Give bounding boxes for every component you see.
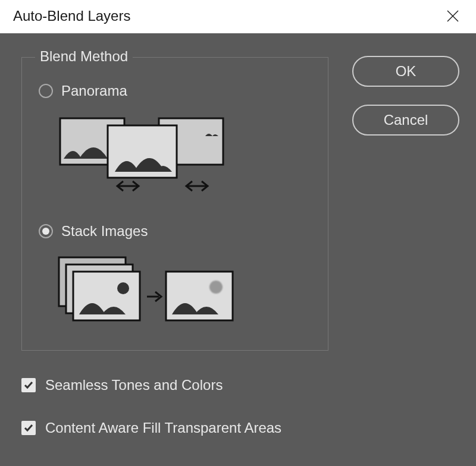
radio-panorama[interactable]: Panorama [39,83,311,99]
radio-indicator-stack [39,224,53,238]
right-column: OK Cancel [352,52,459,449]
dialog-body: Blend Method Panorama [0,33,476,466]
radio-label-panorama: Panorama [61,83,127,99]
svg-point-10 [117,282,129,294]
svg-point-13 [209,281,223,294]
left-column: Blend Method Panorama [21,52,328,449]
panorama-illustration [55,115,311,193]
checkbox-label-content-aware: Content Aware Fill Transparent Areas [45,420,281,436]
cancel-button[interactable]: Cancel [352,105,459,136]
dialog-title: Auto-Blend Layers [13,8,130,24]
ok-button[interactable]: OK [352,56,459,87]
checkbox-content-aware[interactable]: Content Aware Fill Transparent Areas [21,420,328,436]
checkbox-indicator-content-aware [21,421,36,435]
radio-stack-images[interactable]: Stack Images [39,223,311,240]
titlebar: Auto-Blend Layers [0,0,476,33]
checkmark-icon [23,423,34,433]
checkbox-indicator-seamless [21,378,36,392]
blend-method-fieldset: Blend Method Panorama [21,57,328,351]
close-icon [446,10,459,23]
stack-icon [55,255,234,326]
radio-label-stack: Stack Images [61,223,148,240]
panorama-icon [55,115,228,193]
checkbox-seamless[interactable]: Seamless Tones and Colors [21,377,328,393]
close-button[interactable] [441,7,464,25]
fieldset-legend: Blend Method [35,48,133,65]
checkmark-icon [23,380,34,391]
stack-illustration [55,255,311,326]
checkbox-label-seamless: Seamless Tones and Colors [45,377,223,393]
radio-indicator-panorama [39,84,53,98]
